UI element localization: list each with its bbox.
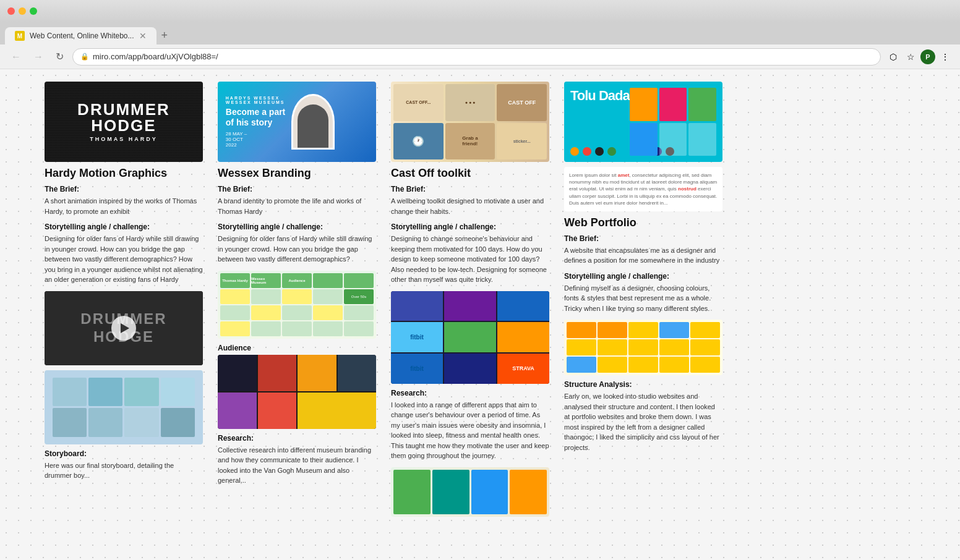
play-button[interactable]: [111, 316, 136, 341]
storyboard-cell-5: [53, 408, 87, 437]
star-icon[interactable]: ☆: [903, 49, 918, 64]
portfolio-structure-label: Structure Analysis:: [564, 380, 722, 389]
portfolio-storytelling-label: Storytelling angle / challenge:: [564, 272, 722, 281]
struct-3: [628, 322, 658, 338]
mockup-6: [688, 123, 716, 156]
tab-bar: M Web Content, Online Whitebo... ✕ +: [0, 22, 960, 45]
toolbar-icons: ⬡ ☆ P ⋮: [886, 49, 953, 64]
castoff-cell-1: CAST OFF...: [393, 84, 444, 121]
struct-13: [628, 357, 658, 373]
table-cell-8: [282, 305, 312, 320]
storyboard-cell-4: [161, 378, 195, 407]
wessex-brief-label: The Brief:: [218, 185, 376, 193]
address-bar[interactable]: 🔒 miro.com/app/board/uXjVOlgbl88=/: [72, 48, 881, 66]
wessex-research-text: Collective research into different museu…: [218, 445, 376, 486]
hardy-storyboard-label: Storyboard:: [45, 449, 203, 458]
storyboard-cell-6: [88, 408, 122, 437]
color-dot-red: [583, 147, 591, 156]
color-dot-dark: [595, 147, 604, 156]
table-cell-2: [251, 289, 281, 304]
browser-toolbar: ← → ↻ 🔒 miro.com/app/board/uXjVOlgbl88=/…: [0, 45, 960, 69]
book-3: [471, 470, 508, 514]
book-4: [510, 470, 547, 514]
struct-7: [598, 339, 627, 355]
struct-9: [659, 339, 689, 355]
mood-1: [218, 355, 257, 391]
forward-button[interactable]: →: [30, 49, 47, 65]
castoff-brief-label: The Brief:: [391, 185, 549, 193]
app-cell-8: [444, 354, 496, 384]
active-tab[interactable]: M Web Content, Online Whitebo... ✕: [5, 27, 156, 45]
table-cell-11: [220, 321, 250, 336]
tab-favicon: M: [15, 31, 25, 41]
struct-12: [598, 357, 627, 373]
wessex-moodboard: [218, 355, 376, 429]
struct-15: [690, 357, 720, 373]
wessex-brand-text: HARDYS WESSEXWESSEX MUSEUMS: [226, 96, 285, 104]
table-cell-15: [344, 321, 374, 336]
hardy-brief-text: A short animation inspired by the works …: [45, 196, 203, 216]
portfolio-title: Web Portfolio: [564, 216, 722, 229]
hardy-storyboard-image: [45, 370, 203, 444]
mockup-2: [659, 88, 687, 121]
table-cell-10: [344, 305, 374, 320]
hardy-title: Hardy Motion Graphics: [45, 167, 203, 180]
wessex-hero-image: HARDYS WESSEXWESSEX MUSEUMS Become a par…: [218, 82, 376, 162]
portfolio-mockup: [630, 88, 716, 156]
wessex-brief-text: A brand identity to promote the life and…: [218, 196, 376, 216]
castoff-cell-4: 🕐: [393, 123, 444, 160]
column-hardy: DRUMMERHODGE THOMAS HARDY Hardy Motion G…: [37, 82, 210, 548]
wessex-storytelling-label: Storytelling angle / challenge:: [218, 223, 376, 231]
portfolio-brief-text: A website that encapsulates me as a desi…: [564, 245, 722, 266]
storyboard-grid: [53, 378, 195, 437]
app-cell-2: [444, 291, 496, 321]
table-cell-12: [251, 321, 281, 336]
minimize-button[interactable]: [19, 7, 26, 15]
struct-11: [567, 357, 596, 373]
wessex-audience-table: Thomas Hardy Wessex Museum Audience Over…: [218, 271, 376, 339]
column-wessex: HARDYS WESSEXWESSEX MUSEUMS Become a par…: [210, 82, 384, 548]
browser-titlebar: [0, 0, 960, 22]
extensions-icon[interactable]: P: [920, 49, 935, 64]
storyboard-cell-1: [53, 378, 87, 407]
content-area: DRUMMERHODGE THOMAS HARDY Hardy Motion G…: [0, 69, 960, 560]
close-button[interactable]: [7, 7, 15, 15]
more-icon[interactable]: ⋮: [938, 49, 953, 64]
castoff-cell-6: sticker...: [497, 123, 547, 160]
table-cell-4: [313, 289, 343, 304]
app-cell-5: [444, 322, 496, 352]
storyboard-cell-3: [124, 378, 158, 407]
refresh-button[interactable]: ↻: [52, 48, 67, 65]
hardy-storytelling-label: Storytelling angle / challenge:: [45, 223, 203, 231]
lock-icon: 🔒: [80, 53, 89, 61]
table-cell-7: [251, 305, 281, 320]
castoff-cell-5: Grab afriend!: [445, 123, 495, 160]
browser-frame: M Web Content, Online Whitebo... ✕ + ← →…: [0, 0, 960, 560]
back-button[interactable]: ←: [7, 49, 25, 65]
app-cell-6: [497, 322, 549, 352]
portfolio-structure-text: Early on, we looked into studio websites…: [564, 391, 722, 452]
mood-6: [258, 392, 297, 429]
column-portfolio: Tolu Dada: [557, 82, 730, 548]
struct-1: [567, 322, 596, 338]
mockup-3: [688, 88, 716, 121]
new-tab-button[interactable]: +: [156, 27, 173, 45]
table-cell-1: [220, 289, 250, 304]
wessex-content: HARDYS WESSEXWESSEX MUSEUMS Become a par…: [226, 94, 368, 150]
table-cell-13: [282, 321, 312, 336]
castoff-brief-text: A wellbeing toolkit designed to motivate…: [391, 196, 549, 216]
hardy-storytelling-text: Designing for older fans of Hardy while …: [45, 234, 203, 285]
hardy-video-player[interactable]: DRUMMERHODGE: [45, 291, 203, 365]
table-cell-5: Over 50s: [344, 289, 374, 304]
bookmark-icon[interactable]: ⬡: [886, 49, 901, 64]
hardy-brief-label: The Brief:: [45, 185, 203, 193]
tab-title: Web Content, Online Whitebo...: [30, 32, 134, 40]
castoff-cell-3: CAST OFF: [497, 84, 547, 121]
tab-close-button[interactable]: ✕: [139, 31, 147, 41]
strava-icon: STRAVA: [497, 354, 549, 384]
miro-canvas[interactable]: DRUMMERHODGE THOMAS HARDY Hardy Motion G…: [0, 69, 960, 560]
struct-6: [567, 339, 596, 355]
castoff-research-label: Research:: [391, 389, 549, 397]
castoff-title: Cast Off toolkit: [391, 167, 549, 180]
fullscreen-button[interactable]: [30, 7, 37, 15]
